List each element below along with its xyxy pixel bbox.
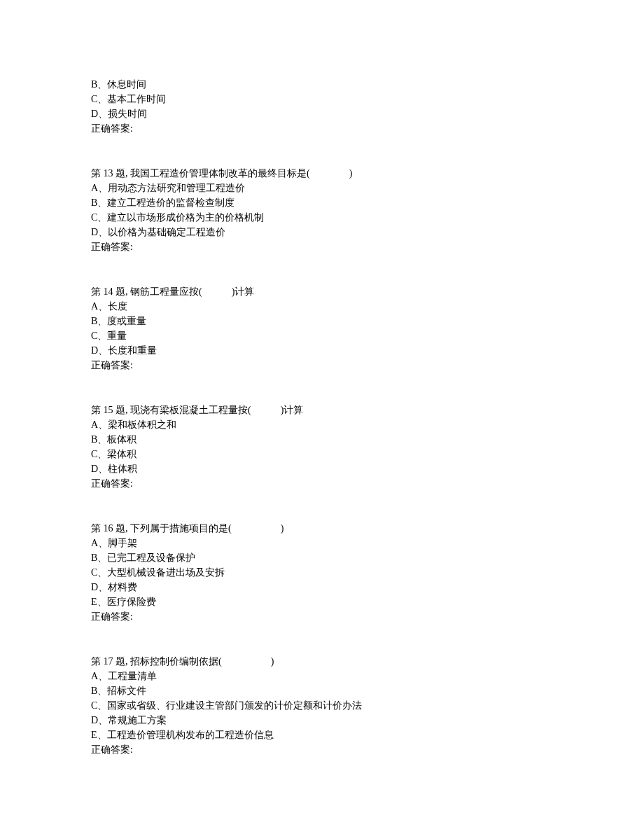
option-a: A、脚手架	[91, 536, 553, 550]
option-a: A、长度	[91, 299, 553, 314]
option-d: D、材料费	[91, 580, 553, 595]
option-d: D、柱体积	[91, 461, 553, 476]
option-a: A、梁和板体积之和	[91, 417, 553, 432]
question-text: 第 16 题, 下列属于措施项目的是( )	[91, 521, 553, 536]
option-b: B、已完工程及设备保护	[91, 550, 553, 565]
option-c: C、国家或省级、行业建设主管部门颁发的计价定额和计价办法	[91, 698, 553, 713]
option-b: B、休息时间	[91, 77, 553, 92]
option-b: B、招标文件	[91, 683, 553, 698]
option-c: C、梁体积	[91, 447, 553, 461]
option-b: B、板体积	[91, 432, 553, 447]
answer-label: 正确答案:	[91, 476, 553, 491]
option-e: E、工程造价管理机构发布的工程造价信息	[91, 728, 553, 742]
option-b: B、建立工程造价的监督检查制度	[91, 195, 553, 210]
option-d: D、常规施工方案	[91, 713, 553, 728]
question-12-partial: B、休息时间 C、基本工作时间 D、损失时间 正确答案:	[91, 77, 553, 136]
answer-label: 正确答案:	[91, 742, 553, 757]
answer-label: 正确答案:	[91, 239, 553, 254]
question-15: 第 15 题, 现浇有梁板混凝土工程量按( )计算 A、梁和板体积之和 B、板体…	[91, 403, 553, 491]
question-text: 第 15 题, 现浇有梁板混凝土工程量按( )计算	[91, 403, 553, 417]
question-13: 第 13 题, 我国工程造价管理体制改革的最终目标是( ) A、用动态方法研究和…	[91, 166, 553, 254]
option-c: C、基本工作时间	[91, 92, 553, 106]
option-d: D、损失时间	[91, 106, 553, 121]
question-text: 第 13 题, 我国工程造价管理体制改革的最终目标是( )	[91, 166, 553, 181]
question-17: 第 17 题, 招标控制价编制依据( ) A、工程量清单 B、招标文件 C、国家…	[91, 654, 553, 757]
option-e: E、医疗保险费	[91, 595, 553, 609]
option-c: C、建立以市场形成价格为主的价格机制	[91, 210, 553, 225]
option-a: A、工程量清单	[91, 669, 553, 683]
answer-label: 正确答案:	[91, 609, 553, 624]
answer-label: 正确答案:	[91, 358, 553, 373]
option-d: D、以价格为基础确定工程造价	[91, 225, 553, 239]
option-c: C、大型机械设备进出场及安拆	[91, 565, 553, 580]
answer-label: 正确答案:	[91, 121, 553, 136]
option-b: B、度或重量	[91, 314, 553, 328]
question-text: 第 14 题, 钢筋工程量应按( )计算	[91, 284, 553, 299]
question-14: 第 14 题, 钢筋工程量应按( )计算 A、长度 B、度或重量 C、重量 D、…	[91, 284, 553, 373]
option-a: A、用动态方法研究和管理工程造价	[91, 181, 553, 195]
question-text: 第 17 题, 招标控制价编制依据( )	[91, 654, 553, 669]
question-16: 第 16 题, 下列属于措施项目的是( ) A、脚手架 B、已完工程及设备保护 …	[91, 521, 553, 624]
option-c: C、重量	[91, 328, 553, 343]
option-d: D、长度和重量	[91, 343, 553, 358]
